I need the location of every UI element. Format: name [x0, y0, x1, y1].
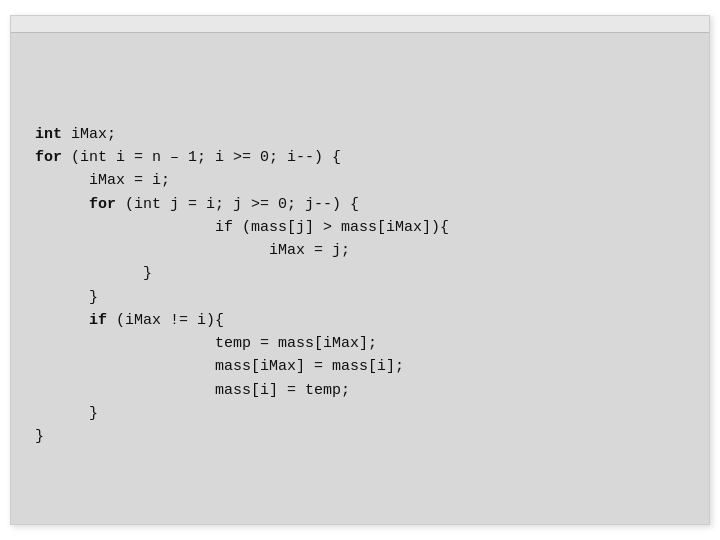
code-line: if (iMax != i){ — [35, 309, 449, 332]
code-block: int iMax;for (int i = n – 1; i >= 0; i--… — [35, 53, 449, 448]
code-keyword: if — [89, 312, 107, 329]
code-line: mass[iMax] = mass[i]; — [35, 355, 449, 378]
code-line: int iMax; — [35, 123, 449, 146]
code-line: } — [35, 402, 449, 425]
code-line: } — [35, 425, 449, 448]
code-line: mass[i] = temp; — [35, 379, 449, 402]
code-keyword: for — [35, 149, 62, 166]
code-line: for (int j = i; j >= 0; j--) { — [35, 193, 449, 216]
code-line: } — [35, 262, 449, 285]
code-line: iMax = j; — [35, 239, 449, 262]
code-line: } — [35, 286, 449, 309]
code-keyword: int — [35, 126, 62, 143]
slide: int iMax;for (int i = n – 1; i >= 0; i--… — [10, 15, 710, 525]
code-line: if (mass[j] > mass[iMax]){ — [35, 216, 449, 239]
slide-title — [11, 16, 709, 33]
code-line: temp = mass[iMax]; — [35, 332, 449, 355]
code-line: iMax = i; — [35, 169, 449, 192]
code-line: for (int i = n – 1; i >= 0; i--) { — [35, 146, 449, 169]
code-keyword: for — [89, 196, 116, 213]
slide-body: int iMax;for (int i = n – 1; i >= 0; i--… — [11, 33, 709, 524]
